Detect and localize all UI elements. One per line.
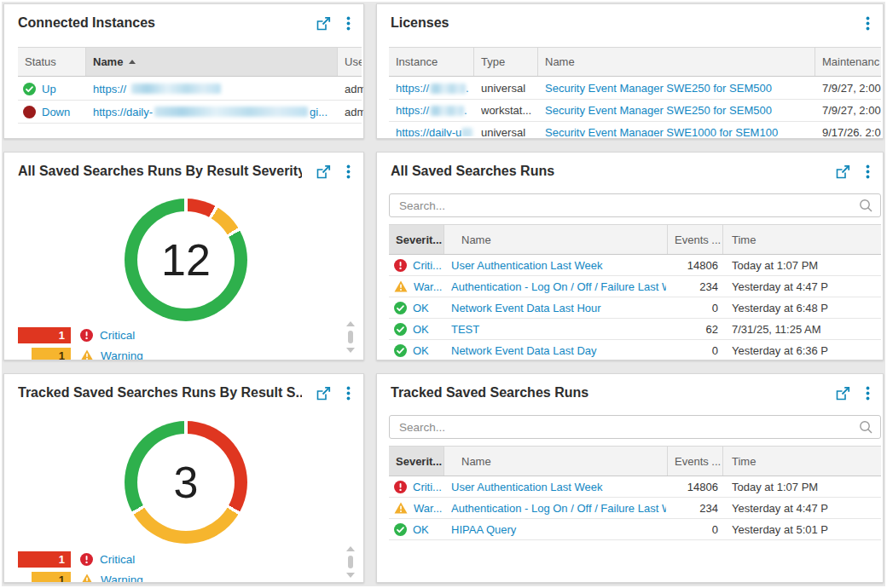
panel-connected-instances: Connected Instances Status Name Use Up h…	[3, 3, 364, 139]
sem-dashboard: { "colors": { "accent_blue": "#0e86b8", …	[0, 0, 887, 588]
severity-link[interactable]: OK	[413, 523, 429, 536]
open-in-new-window-icon[interactable]	[836, 164, 850, 179]
legend-item-warning: 1 Warning	[18, 571, 143, 583]
column-header-events[interactable]: Events ...	[668, 447, 723, 476]
search-name-link[interactable]: TEST	[451, 319, 666, 339]
column-header-time[interactable]: Time	[723, 447, 881, 476]
time-cell: Today at 1:07 PM	[732, 255, 881, 275]
legend-label[interactable]: Critical	[100, 329, 135, 342]
table-header: Status Name Use	[18, 47, 362, 77]
table-row[interactable]: https://daily-u universal Security Event…	[389, 122, 881, 136]
scroll-thumb[interactable]	[348, 556, 353, 568]
instance-link[interactable]: https://daily-u	[396, 126, 461, 136]
open-in-new-window-icon[interactable]	[836, 386, 850, 401]
column-header-name[interactable]: Name	[86, 48, 338, 76]
instance-link[interactable]: https://	[93, 83, 126, 95]
search-name-link[interactable]: HIPAA Query	[451, 519, 666, 539]
instance-link[interactable]: https://	[396, 82, 429, 95]
kebab-menu-icon[interactable]	[866, 164, 870, 179]
status-link[interactable]: Up	[42, 83, 56, 95]
column-header-instance[interactable]: Instance	[389, 48, 474, 76]
table-row[interactable]: https:// . workstat... Security Event Ma…	[389, 100, 881, 122]
donut-total: 3	[125, 421, 247, 544]
scroll-thumb[interactable]	[348, 331, 353, 343]
severity-link[interactable]: War...	[414, 502, 442, 515]
table-row[interactable]: War... Authentication - Log On / Off / F…	[389, 498, 881, 519]
table-row[interactable]: War... Authentication - Log On / Off / F…	[389, 276, 881, 297]
scroll-down-icon[interactable]	[346, 348, 355, 353]
scroll-down-icon[interactable]	[346, 573, 355, 578]
severity-donut-chart[interactable]: 12	[125, 199, 247, 321]
legend-label[interactable]: Warning	[101, 349, 143, 361]
table-row[interactable]: OK Network Event Data Last Hour 0 Yester…	[389, 297, 881, 319]
panel-actions	[316, 386, 351, 401]
search-name-link[interactable]: User Authentication Last Week	[451, 476, 666, 497]
table-row[interactable]: OK Network Event Data Last Day 0 Yesterd…	[389, 340, 881, 360]
time-cell: 7/31/25, 11:25 AM	[732, 319, 881, 339]
search-name-link[interactable]: Network Event Data Last Day	[451, 340, 666, 360]
open-in-new-window-icon[interactable]	[316, 386, 331, 401]
user-cell: admin	[345, 101, 364, 123]
panel-actions	[316, 164, 351, 179]
table-row[interactable]: Down https://daily- gi... admin	[18, 101, 362, 124]
column-header-status[interactable]: Status	[18, 48, 86, 76]
legend-label[interactable]: Critical	[100, 553, 135, 566]
column-header-user[interactable]: Use	[338, 48, 362, 76]
events-cell: 14806	[670, 476, 718, 497]
severity-link[interactable]: War...	[414, 280, 442, 293]
table-row[interactable]: Criti... User Authentication Last Week 1…	[389, 476, 881, 498]
severity-link[interactable]: OK	[413, 302, 429, 314]
scroll-up-icon[interactable]	[346, 321, 355, 326]
severity-link[interactable]: OK	[413, 323, 429, 336]
events-cell: 234	[670, 276, 718, 297]
legend-scrollbar[interactable]	[346, 321, 355, 353]
license-name-link[interactable]: Security Event Manager SWE1000 for SEM10…	[545, 122, 814, 136]
kebab-menu-icon[interactable]	[866, 386, 870, 401]
panel-title: Tracked Saved Searches Runs By Result S.…	[18, 385, 302, 401]
severity-link[interactable]: Criti...	[413, 259, 442, 272]
severity-donut-chart[interactable]: 3	[125, 421, 247, 544]
search-name-link[interactable]: User Authentication Last Week	[451, 255, 666, 275]
time-cell: Yesterday at 5:01 P	[732, 519, 881, 539]
legend-item-critical: 1 Critical	[18, 551, 143, 568]
kebab-menu-icon[interactable]	[346, 164, 351, 179]
column-header-name[interactable]: Name	[444, 225, 668, 254]
table-row[interactable]: Up https:// admin	[18, 78, 362, 101]
kebab-menu-icon[interactable]	[346, 386, 351, 401]
table-row[interactable]: Criti... User Authentication Last Week 1…	[389, 255, 881, 276]
status-link[interactable]: Down	[42, 106, 70, 118]
column-header-severity[interactable]: Severit...	[389, 447, 444, 476]
redacted-text	[430, 84, 466, 94]
column-header-severity[interactable]: Severit...	[389, 225, 444, 254]
scroll-up-icon[interactable]	[346, 546, 355, 551]
search-name-link[interactable]: Authentication - Log On / Off / Failure …	[451, 498, 666, 518]
column-header-name[interactable]: Name	[444, 447, 668, 476]
panel-tracked-runs-by-severity: Tracked Saved Searches Runs By Result S.…	[3, 373, 364, 583]
user-cell: admin	[345, 78, 364, 100]
severity-link[interactable]: Criti...	[413, 481, 442, 493]
legend-label[interactable]: Warning	[101, 574, 143, 584]
instance-link[interactable]: https://	[396, 104, 429, 117]
search-name-link[interactable]: Network Event Data Last Hour	[451, 297, 666, 318]
license-name-link[interactable]: Security Event Manager SWE250 for SEM500	[545, 100, 814, 121]
open-in-new-window-icon[interactable]	[316, 164, 331, 179]
instance-link-suffix[interactable]: gi...	[310, 106, 328, 118]
instance-link[interactable]: https://daily-	[93, 106, 153, 118]
column-header-events[interactable]: Events ...	[668, 225, 723, 254]
severity-link[interactable]: OK	[413, 344, 429, 357]
column-header-type[interactable]: Type	[474, 48, 538, 76]
column-header-name[interactable]: Name	[538, 48, 815, 76]
search-input[interactable]	[390, 416, 880, 438]
search-input[interactable]	[390, 194, 880, 216]
table-row[interactable]: https:// . universal Security Event Mana…	[389, 78, 881, 100]
legend-scrollbar[interactable]	[346, 546, 355, 578]
column-header-maintenance[interactable]: Maintenanc	[815, 48, 881, 76]
license-name-link[interactable]: Security Event Manager SWE250 for SEM500	[545, 78, 814, 99]
column-header-time[interactable]: Time	[723, 225, 881, 254]
open-in-new-window-icon[interactable]	[316, 16, 331, 31]
table-row[interactable]: OK HIPAA Query 0 Yesterday at 5:01 P	[389, 519, 881, 540]
table-row[interactable]: OK TEST 62 7/31/25, 11:25 AM	[389, 319, 881, 340]
kebab-menu-icon[interactable]	[866, 16, 870, 31]
kebab-menu-icon[interactable]	[346, 16, 351, 31]
search-name-link[interactable]: Authentication - Log On / Off / Failure …	[451, 276, 666, 297]
